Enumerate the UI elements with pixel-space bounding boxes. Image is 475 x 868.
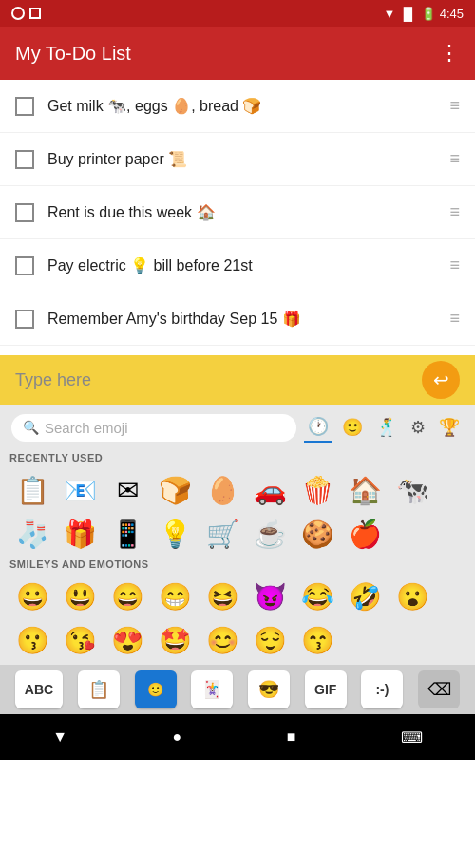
emoji-cell[interactable]: 🍞: [152, 469, 198, 511]
emoji-cell[interactable]: 😁: [152, 576, 198, 617]
todo-input[interactable]: [15, 370, 422, 390]
emoji-cell[interactable]: 📧: [57, 469, 103, 511]
status-bar: ▼ ▐▌ 🔋 4:45: [0, 0, 475, 27]
status-left-icons: [11, 7, 41, 20]
emoji-cell[interactable]: 😂: [294, 576, 340, 617]
emoji-cell[interactable]: 😌: [247, 619, 293, 661]
emoji-cell[interactable]: ✉: [104, 469, 150, 511]
todo-text: Pay electric 💡 bill before 21st: [48, 256, 442, 274]
drag-handle-icon: ≡: [449, 202, 460, 222]
emoji-cell[interactable]: 🚗: [247, 469, 293, 511]
emoji-cell[interactable]: 😍: [104, 619, 150, 661]
smileys-label: SMILEYS AND EMOTIONS: [10, 557, 466, 574]
recently-used-label: RECENTLY USED: [10, 450, 466, 467]
emoji-cell[interactable]: 😃: [57, 576, 103, 617]
todo-item: Buy printer paper 📜 ≡: [0, 133, 475, 186]
emoji-tab-icons: 🕐 🙂 🕺 ⚙ 🏆: [304, 412, 464, 443]
bitmoji-button[interactable]: 😎: [248, 670, 290, 708]
keyboard-button[interactable]: ⌨: [401, 728, 423, 746]
todo-text: Remember Amy's birthday Sep 15 🎁: [48, 310, 442, 328]
todo-list: Get milk 🐄, eggs 🥚, bread 🍞 ≡ Buy printe…: [0, 80, 475, 355]
recent-tab[interactable]: 🕐: [304, 412, 332, 443]
send-button[interactable]: ↩: [422, 361, 460, 399]
status-right-icons: ▼ ▐▌ 🔋 4:45: [383, 7, 464, 21]
emoji-cell[interactable]: 🐄: [390, 469, 435, 511]
emoji-cell[interactable]: 📱: [104, 513, 150, 555]
emoji-search-input[interactable]: [45, 420, 285, 436]
emoji-cell[interactable]: 🧦: [10, 513, 55, 555]
emoji-cell[interactable]: 🥚: [200, 469, 245, 511]
drag-handle-icon: ≡: [449, 149, 460, 169]
objects-tab[interactable]: ⚙: [407, 413, 429, 442]
wifi-icon: ▼: [383, 7, 395, 21]
emoji-cell[interactable]: 📋: [10, 469, 55, 511]
emoji-cell[interactable]: 😙: [294, 619, 340, 661]
drag-handle-icon: ≡: [449, 96, 460, 116]
emoji-cell[interactable]: 🛒: [200, 513, 245, 555]
todo-item: Pay electric 💡 bill before 21st ≡: [0, 239, 475, 292]
emoji-categories: RECENTLY USED 📋📧✉🍞🥚🚗🍿🏠🐄🧦🎁📱💡🛒☕🍪🍎 SMILEYS …: [0, 446, 475, 665]
app-bar: My To-Do List ⋮: [0, 27, 475, 80]
back-button[interactable]: ▼: [52, 728, 67, 745]
emoticon-button[interactable]: :-): [361, 670, 403, 708]
todo-item: Get milk 🐄, eggs 🥚, bread 🍞 ≡: [0, 80, 475, 133]
emoji-cell[interactable]: 😊: [200, 619, 245, 661]
more-options-button[interactable]: ⋮: [439, 41, 460, 66]
todo-text: Buy printer paper 📜: [48, 150, 442, 168]
app-title: My To-Do List: [15, 43, 131, 65]
emoji-cell[interactable]: 😘: [57, 619, 103, 661]
todo-text: Get milk 🐄, eggs 🥚, bread 🍞: [48, 97, 442, 115]
emoji-button[interactable]: 🙂: [135, 670, 177, 708]
emoji-search-bar: 🔍 🕐 🙂 🕺 ⚙ 🏆: [0, 405, 475, 446]
drag-handle-icon: ≡: [449, 309, 460, 329]
battery-icon: 🔋: [421, 7, 436, 21]
todo-text: Rent is due this week 🏠: [48, 203, 442, 221]
system-nav: ▼ ● ■ ⌨: [0, 714, 475, 760]
todo-checkbox[interactable]: [15, 310, 34, 329]
todo-checkbox[interactable]: [15, 256, 34, 275]
abc-button[interactable]: ABC: [15, 670, 63, 708]
status-circle-icon: [11, 7, 25, 20]
clipboard-button[interactable]: 📋: [78, 670, 120, 708]
todo-item: Rent is due this week 🏠 ≡: [0, 186, 475, 239]
emoji-cell[interactable]: 🏠: [342, 469, 388, 511]
emoji-cell[interactable]: 🍿: [294, 469, 340, 511]
emoji-cell[interactable]: 🍪: [294, 513, 340, 555]
emoji-cell[interactable]: 🤩: [152, 619, 198, 661]
emoji-cell[interactable]: 😆: [200, 576, 245, 617]
clipboard-icon: 📋: [88, 679, 109, 700]
delete-button[interactable]: ⌫: [418, 670, 460, 708]
status-square-icon: [29, 8, 41, 19]
trophy-tab[interactable]: 🏆: [435, 413, 464, 442]
emoji-cell[interactable]: 😀: [10, 576, 55, 617]
emoji-cell[interactable]: 😄: [104, 576, 150, 617]
emoji-cell[interactable]: ☕: [247, 513, 293, 555]
people-tab[interactable]: 🕺: [372, 413, 401, 442]
emoji-keyboard-icon: 🙂: [147, 682, 163, 697]
todo-checkbox[interactable]: [15, 203, 34, 222]
smiley-tab[interactable]: 🙂: [338, 413, 367, 442]
recents-button[interactable]: ■: [287, 728, 296, 745]
recently-used-row: 📋📧✉🍞🥚🚗🍿🏠🐄🧦🎁📱💡🛒☕🍪🍎: [10, 467, 466, 557]
gif-button[interactable]: GIF: [305, 670, 347, 708]
phone-frame: ▼ ▐▌ 🔋 4:45 My To-Do List ⋮ Get milk 🐄, …: [0, 0, 475, 868]
home-button[interactable]: ●: [173, 728, 182, 745]
emoji-search-wrap: 🔍: [11, 414, 296, 442]
emoji-cell[interactable]: 🎁: [57, 513, 103, 555]
search-icon: 🔍: [23, 420, 39, 435]
emoji-cell[interactable]: 😈: [247, 576, 293, 617]
bitmoji-icon: 😎: [258, 679, 279, 700]
keyboard-bottom-bar: ABC 📋 🙂 🃏 😎 GIF :-) ⌫: [0, 665, 475, 714]
smileys-row: 😀😃😄😁😆😈😂🤣😮😗😘😍🤩😊😌😙: [10, 574, 466, 663]
emoji-cell[interactable]: 😗: [10, 619, 55, 661]
emoji-cell[interactable]: 🤣: [342, 576, 388, 617]
todo-checkbox[interactable]: [15, 97, 34, 116]
emoji-cell[interactable]: 😮: [390, 576, 435, 617]
backspace-icon: ⌫: [428, 679, 451, 700]
sticker-button[interactable]: 🃏: [191, 670, 233, 708]
emoji-cell[interactable]: 💡: [152, 513, 198, 555]
time-display: 4:45: [440, 7, 464, 21]
todo-item: Remember Amy's birthday Sep 15 🎁 ≡: [0, 292, 475, 346]
todo-checkbox[interactable]: [15, 150, 34, 169]
emoji-cell[interactable]: 🍎: [342, 513, 388, 555]
